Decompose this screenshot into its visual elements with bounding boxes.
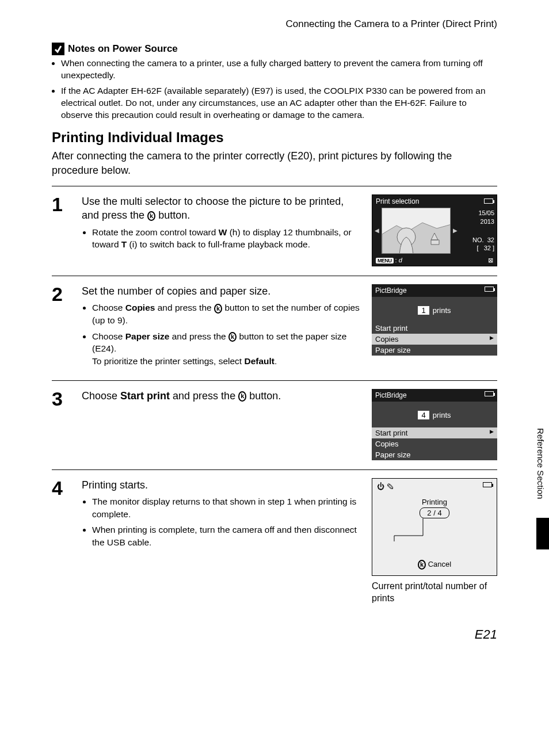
- notes-list: When connecting the camera to a printer,…: [52, 58, 497, 121]
- step-body: Use the multi selector to choose the pic…: [82, 194, 361, 266]
- step-head-text: Set the number of copies and paper size.: [82, 284, 361, 298]
- ok-icon: k: [418, 560, 426, 570]
- step-head-text: Use the multi selector to choose the pic…: [82, 196, 344, 221]
- step-bullet: Rotate the zoom control toward W (h) to …: [92, 226, 361, 251]
- divider: [52, 276, 497, 276]
- paper-size-label: Paper size: [125, 331, 170, 341]
- side-tab-marker: [536, 518, 549, 549]
- copies-label: Copies: [125, 303, 155, 312]
- lcd-title: Print selection: [376, 197, 419, 205]
- step-head-text: Printing starts.: [82, 478, 361, 492]
- step-1: 1 Use the multi selector to choose the p…: [52, 190, 497, 272]
- printing-label: Printing: [372, 498, 497, 506]
- ok-icon: k: [228, 332, 237, 342]
- right-arrow-icon: ▶: [490, 335, 494, 341]
- lcd-printing: ⏻ ✎ Printing 2 / 4 k Cancel Current prin…: [372, 478, 497, 605]
- right-arrow-icon: ▶: [453, 227, 458, 234]
- page: Connecting the Camera to a Printer (Dire…: [0, 0, 549, 665]
- text: Choose: [82, 390, 120, 402]
- print-count: 4: [418, 411, 429, 419]
- menu-copies: Copies: [372, 438, 497, 449]
- ok-icon: k: [147, 211, 155, 221]
- note-item: When connecting the camera to a printer,…: [61, 58, 497, 82]
- step-head-text: button.: [155, 209, 190, 221]
- right-arrow-icon: ▶: [490, 429, 494, 434]
- menu-paper-size: Paper size: [372, 345, 497, 356]
- step-bullet: When printing is complete, turn the came…: [92, 524, 361, 548]
- ok-icon: k: [238, 391, 246, 401]
- exit-icon: ⊠: [488, 257, 493, 264]
- side-tab-label: Reference Section: [532, 426, 549, 501]
- text: .: [274, 356, 277, 366]
- step-body: Choose Start print and press the k butto…: [82, 389, 361, 460]
- lcd-title: PictBridge: [375, 287, 407, 295]
- step-3: 3 Choose Start print and press the k but…: [52, 384, 497, 466]
- divider: [52, 186, 497, 186]
- divider: [52, 380, 497, 381]
- notes-heading-row: Notes on Power Source: [52, 43, 497, 55]
- progress-caption: Current print/total number of prints: [372, 581, 497, 605]
- step-body: Printing starts. The monitor display ret…: [82, 478, 361, 605]
- print-count: 1: [418, 306, 429, 315]
- step-4: 4 Printing starts. The monitor display r…: [52, 474, 497, 610]
- lcd-pictbridge-start: PictBridge 4prints Start print▶ Copies P…: [372, 389, 497, 460]
- breadcrumb: Connecting the Camera to a Printer (Dire…: [52, 18, 497, 30]
- lcd-title: PictBridge: [375, 391, 407, 399]
- step-number: 3: [52, 389, 71, 460]
- print-progress: 2 / 4: [420, 507, 449, 518]
- step-bullet: The monitor display returns to that show…: [92, 495, 361, 520]
- battery-icon: [485, 391, 494, 396]
- battery-icon: [485, 287, 494, 292]
- text: and press the: [170, 390, 238, 402]
- text: button.: [246, 390, 281, 402]
- text: Rotate the zoom control toward: [92, 227, 219, 237]
- menu-copies: Copies▶: [372, 334, 497, 345]
- start-print-label: Start print: [120, 390, 170, 402]
- ok-icon: k: [214, 304, 222, 314]
- prints-label: prints: [433, 411, 451, 419]
- left-arrow-icon: ◀: [375, 227, 379, 234]
- zoom-w: W: [219, 227, 227, 237]
- power-icon: ⏻ ✎: [377, 482, 394, 491]
- battery-icon: [483, 482, 492, 487]
- note-item: If the AC Adapter EH-62F (available sepa…: [61, 85, 497, 121]
- step-number: 4: [52, 478, 71, 605]
- lcd-year: 2013: [460, 217, 494, 226]
- lcd-pictbridge-copies: PictBridge 1prints Start print Copies▶ P…: [372, 284, 497, 371]
- text: Choose: [92, 303, 125, 312]
- text: and press the: [169, 331, 228, 341]
- step-number: 2: [52, 284, 71, 371]
- no-value: 32: [487, 236, 494, 243]
- lcd-print-selection: Print selection ◀ ▶: [372, 194, 497, 266]
- menu-start-print: Start print: [372, 323, 497, 334]
- prints-label: prints: [433, 306, 451, 315]
- text: To prioritize the printer settings, sele…: [92, 356, 244, 366]
- step-bullet: Choose Copies and press the k button to …: [92, 301, 361, 326]
- step-2: 2 Set the number of copies and paper siz…: [52, 280, 497, 377]
- text: (i) to switch back to full-frame playbac…: [127, 239, 310, 249]
- lcd-date: 15/05: [460, 209, 494, 217]
- text: and press the: [155, 303, 214, 312]
- cancel-label: Cancel: [428, 560, 451, 568]
- step-bullet: Choose Paper size and press the k button…: [92, 330, 361, 368]
- step-body: Set the number of copies and paper size.…: [82, 284, 361, 371]
- menu-label: MENU: [376, 258, 394, 264]
- step-number: 1: [52, 194, 71, 266]
- thumbnail: [382, 208, 451, 254]
- menu-paper-size: Paper size: [372, 449, 497, 460]
- section-title: Printing Individual Images: [52, 129, 497, 146]
- notes-heading: Notes on Power Source: [68, 43, 178, 55]
- no-label: NO.: [472, 236, 484, 243]
- page-number: E21: [52, 627, 497, 642]
- divider: [52, 469, 497, 470]
- alert-icon: [52, 43, 64, 55]
- menu-start-print: Start print▶: [372, 427, 497, 438]
- zoom-t: T: [121, 239, 127, 249]
- default-label: Default: [244, 356, 274, 366]
- battery-icon: [484, 198, 493, 204]
- text: Choose: [92, 331, 125, 341]
- count: 32: [484, 245, 491, 251]
- intro-text: After connecting the camera to the print…: [52, 149, 497, 178]
